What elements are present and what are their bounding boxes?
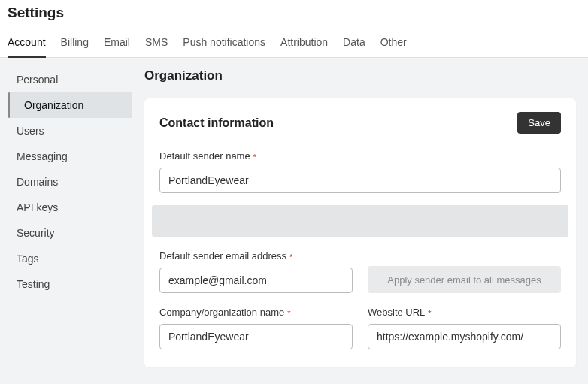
tab-push-notifications[interactable]: Push notifications <box>183 32 265 57</box>
company-name-input[interactable] <box>159 324 353 349</box>
page-title: Settings <box>0 0 588 26</box>
tab-attribution[interactable]: Attribution <box>280 32 328 57</box>
default-sender-name-label: Default sender name* <box>159 150 561 162</box>
default-sender-email-label: Default sender email address* <box>159 250 353 262</box>
website-url-label: Website URL* <box>368 307 561 318</box>
website-url-label-text: Website URL <box>368 307 425 318</box>
default-sender-email-input[interactable] <box>159 268 353 293</box>
sidebar-item-tags[interactable]: Tags <box>0 246 132 271</box>
sidebar-item-api-keys[interactable]: API keys <box>0 195 132 220</box>
sidebar-item-users[interactable]: Users <box>0 118 132 144</box>
company-name-label-text: Company/organization name <box>159 307 284 318</box>
company-name-label: Company/organization name* <box>159 307 353 318</box>
required-asterisk-icon: * <box>253 153 256 162</box>
card-title: Contact information <box>159 116 274 130</box>
required-asterisk-icon: * <box>287 309 290 318</box>
tab-sms[interactable]: SMS <box>145 32 168 57</box>
save-button[interactable]: Save <box>517 112 561 134</box>
required-asterisk-icon: * <box>289 252 292 262</box>
default-sender-name-label-text: Default sender name <box>159 150 250 162</box>
default-sender-name-input[interactable] <box>159 168 561 193</box>
tab-other[interactable]: Other <box>380 32 407 57</box>
tab-billing[interactable]: Billing <box>61 32 89 57</box>
required-asterisk-icon: * <box>428 309 431 318</box>
tab-data[interactable]: Data <box>343 32 365 57</box>
sidebar: Personal Organization Users Messaging Do… <box>0 58 132 384</box>
sidebar-item-messaging[interactable]: Messaging <box>0 144 132 169</box>
placeholder-block <box>152 205 568 237</box>
default-sender-email-label-text: Default sender email address <box>159 250 286 262</box>
main-content: Organization Contact information Save De… <box>132 58 588 384</box>
apply-sender-email-button: Apply sender email to all messages <box>368 266 561 293</box>
tab-account[interactable]: Account <box>8 32 46 57</box>
sidebar-item-domains[interactable]: Domains <box>0 169 132 195</box>
tab-email[interactable]: Email <box>104 32 130 57</box>
sidebar-item-personal[interactable]: Personal <box>0 67 132 92</box>
website-url-input[interactable] <box>368 324 561 349</box>
sidebar-item-organization[interactable]: Organization <box>8 92 132 118</box>
main-heading: Organization <box>144 68 576 83</box>
tabs-bar: Account Billing Email SMS Push notificat… <box>0 26 588 58</box>
sidebar-item-security[interactable]: Security <box>0 220 132 246</box>
sidebar-item-testing[interactable]: Testing <box>0 271 132 297</box>
contact-info-card: Contact information Save Default sender … <box>144 98 576 367</box>
